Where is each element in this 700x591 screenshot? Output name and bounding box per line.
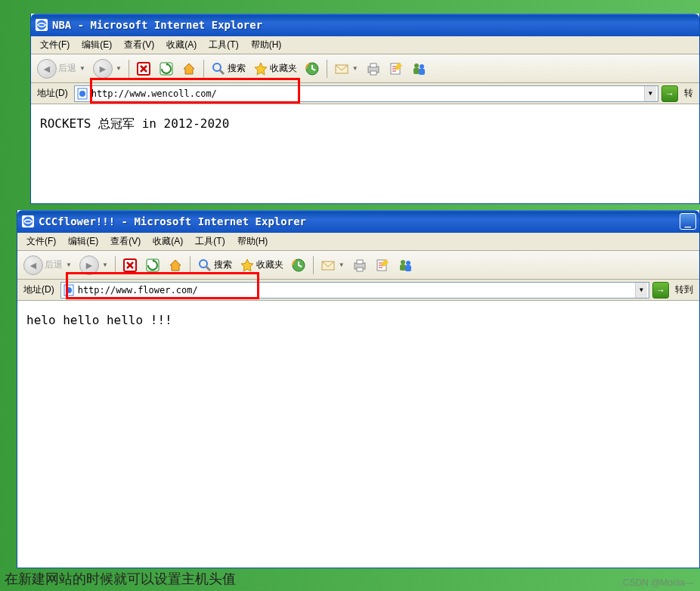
window-controls: _ xyxy=(680,213,696,230)
mail-button[interactable]: ▼ xyxy=(317,255,348,276)
menubar-2: 文件(F) 编辑(E) 查看(V) 收藏(A) 工具(T) 帮助(H) xyxy=(17,233,699,251)
menu-file[interactable]: 文件(F) xyxy=(20,234,62,249)
edit-button[interactable] xyxy=(386,58,407,79)
chevron-down-icon: ▼ xyxy=(116,65,122,72)
menu-edit[interactable]: 编辑(E) xyxy=(76,37,118,53)
address-input[interactable] xyxy=(91,87,641,101)
titlebar-2[interactable]: CCCflower!!! - Microsoft Internet Explor… xyxy=(17,210,699,233)
back-label: 后退 xyxy=(45,258,63,271)
favorites-label: 收藏夹 xyxy=(270,62,297,75)
separator xyxy=(129,60,129,78)
menu-edit[interactable]: 编辑(E) xyxy=(62,234,104,249)
home-button[interactable] xyxy=(165,255,186,276)
menu-favorites[interactable]: 收藏(A) xyxy=(147,234,189,249)
svg-rect-11 xyxy=(413,68,420,74)
print-button[interactable] xyxy=(363,58,384,79)
address-label: 地址(D) xyxy=(34,87,71,100)
separator xyxy=(190,256,190,274)
svg-rect-7 xyxy=(370,63,376,67)
address-bar-1: 地址(D) ▼ → 转 xyxy=(31,83,699,104)
go-label: 转 xyxy=(681,87,696,100)
search-button[interactable]: 搜索 xyxy=(194,255,235,276)
window-title: NBA - Microsoft Internet Explorer xyxy=(52,19,262,31)
menu-tools[interactable]: 工具(T) xyxy=(189,234,231,249)
refresh-button[interactable] xyxy=(142,255,163,276)
svg-rect-27 xyxy=(400,265,406,271)
separator xyxy=(313,256,314,274)
back-label: 后退 xyxy=(58,62,76,75)
favorites-label: 收藏夹 xyxy=(256,258,283,271)
svg-point-12 xyxy=(420,64,424,69)
chevron-down-icon: ▼ xyxy=(102,261,108,268)
forward-button[interactable]: ► ▼ xyxy=(90,58,125,79)
svg-point-26 xyxy=(401,260,405,265)
mail-button[interactable]: ▼ xyxy=(331,58,361,79)
separator xyxy=(115,256,116,274)
address-dropdown[interactable]: ▼ xyxy=(644,86,656,101)
back-button[interactable]: ◄ 后退 ▼ xyxy=(20,255,75,276)
svg-point-10 xyxy=(414,63,419,68)
stop-button[interactable] xyxy=(119,255,141,276)
search-label: 搜索 xyxy=(214,258,232,271)
back-button[interactable]: ◄ 后退 ▼ xyxy=(34,58,88,79)
history-button[interactable] xyxy=(288,255,309,276)
ie-window-2: CCCflower!!! - Microsoft Internet Explor… xyxy=(17,210,700,568)
page-icon xyxy=(63,284,75,296)
edit-button[interactable] xyxy=(372,255,393,276)
favorites-button[interactable]: 收藏夹 xyxy=(250,58,300,79)
svg-rect-13 xyxy=(419,69,425,75)
arrow-left-icon: ◄ xyxy=(37,59,57,79)
svg-point-15 xyxy=(79,91,85,97)
chevron-down-icon: ▼ xyxy=(79,65,85,72)
menu-file[interactable]: 文件(F) xyxy=(34,37,76,53)
search-label: 搜索 xyxy=(228,62,246,75)
menu-view[interactable]: 查看(V) xyxy=(104,234,147,249)
arrow-right-icon: ► xyxy=(79,255,99,275)
messenger-button[interactable] xyxy=(395,255,416,276)
arrow-left-icon: ◄ xyxy=(23,255,43,275)
chevron-down-icon: ▼ xyxy=(352,65,358,72)
minimize-button[interactable]: _ xyxy=(680,213,696,230)
menu-view[interactable]: 查看(V) xyxy=(118,37,160,53)
svg-point-28 xyxy=(406,261,410,265)
menu-tools[interactable]: 工具(T) xyxy=(203,37,244,53)
address-dropdown[interactable]: ▼ xyxy=(635,283,647,298)
menu-help[interactable]: 帮助(H) xyxy=(231,234,274,249)
address-bar-2: 地址(D) ▼ → 转到 xyxy=(17,280,699,301)
go-button[interactable]: → xyxy=(652,282,669,299)
go-button[interactable]: → xyxy=(661,85,678,102)
svg-point-19 xyxy=(200,260,207,268)
chevron-down-icon: ▼ xyxy=(339,261,345,268)
search-button[interactable]: 搜索 xyxy=(208,58,249,79)
chevron-down-icon: ▼ xyxy=(66,261,72,268)
address-input[interactable] xyxy=(78,283,632,297)
ie-window-1: NBA - Microsoft Internet Explorer 文件(F) … xyxy=(30,14,700,204)
arrow-right-icon: ► xyxy=(93,59,113,79)
home-button[interactable] xyxy=(178,58,200,79)
page-text: helo hello hello !!! xyxy=(26,313,172,327)
svg-point-3 xyxy=(213,63,221,71)
svg-rect-8 xyxy=(370,71,376,75)
stop-button[interactable] xyxy=(133,58,154,79)
menubar-1: 文件(F) 编辑(E) 查看(V) 收藏(A) 工具(T) 帮助(H) xyxy=(31,36,699,54)
forward-button[interactable]: ► ▼ xyxy=(76,255,111,276)
favorites-button[interactable]: 收藏夹 xyxy=(237,255,287,276)
ie-icon xyxy=(36,19,48,31)
address-input-container[interactable]: ▼ xyxy=(74,85,658,102)
ie-icon xyxy=(22,215,34,227)
address-label: 地址(D) xyxy=(20,283,57,296)
separator xyxy=(203,60,204,78)
menu-favorites[interactable]: 收藏(A) xyxy=(160,37,203,53)
toolbar-1: ◄ 后退 ▼ ► ▼ 搜索 收藏夹 xyxy=(31,54,699,83)
titlebar-1[interactable]: NBA - Microsoft Internet Explorer xyxy=(31,14,699,36)
menu-help[interactable]: 帮助(H) xyxy=(245,37,288,53)
page-icon xyxy=(76,88,88,100)
address-input-container[interactable]: ▼ xyxy=(60,282,649,299)
refresh-button[interactable] xyxy=(156,58,177,79)
print-button[interactable] xyxy=(349,255,370,276)
history-button[interactable] xyxy=(302,58,323,79)
watermark-text: CSDN @Moriia--- xyxy=(623,577,694,588)
go-label: 转到 xyxy=(672,283,696,296)
page-text: ROCKETS 总冠军 in 2012-2020 xyxy=(40,116,229,131)
messenger-button[interactable] xyxy=(408,58,429,79)
